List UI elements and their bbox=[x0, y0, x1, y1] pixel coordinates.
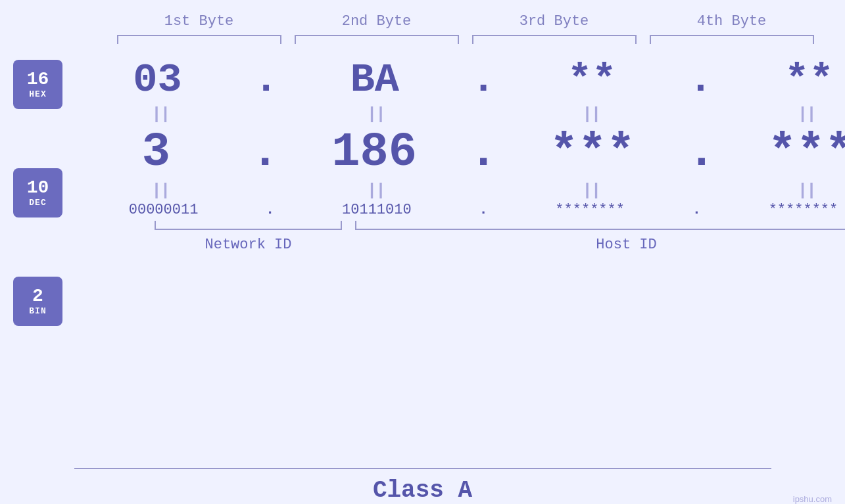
eq1-sign2: || bbox=[367, 104, 385, 124]
host-bracket bbox=[355, 221, 845, 230]
eq1-cell4: || bbox=[709, 104, 846, 124]
hex-badge-label: HEX bbox=[29, 89, 46, 99]
dec-byte2-cell: 186 bbox=[281, 126, 468, 179]
byte-headers: 1st Byte 2nd Byte 3rd Byte 4th Byte bbox=[110, 13, 821, 35]
dec-dot3: . bbox=[687, 126, 715, 179]
dec-byte3-value: *** bbox=[550, 126, 635, 179]
badges-column: 16 HEX 10 DEC 2 BIN bbox=[0, 53, 62, 326]
dec-byte4-value: *** bbox=[768, 126, 845, 179]
eq2-sign4: || bbox=[798, 181, 815, 200]
bottom-section: Network ID Host ID bbox=[148, 221, 845, 253]
watermark: ipshu.com bbox=[793, 494, 832, 504]
eq2-cell3: || bbox=[493, 181, 689, 200]
eq2-sign3: || bbox=[582, 181, 600, 200]
footer-bracket bbox=[74, 468, 771, 469]
bottom-brackets bbox=[148, 221, 845, 233]
eq1-cell2: || bbox=[278, 104, 474, 124]
eq2-cell4: || bbox=[709, 181, 846, 200]
bracket-1 bbox=[117, 35, 281, 44]
eq2-cell2: || bbox=[278, 181, 474, 200]
equals-row-2: || || || || bbox=[62, 181, 845, 200]
byte3-header: 3rd Byte bbox=[466, 13, 643, 35]
dec-badge-label: DEC bbox=[29, 198, 46, 208]
bin-byte4-cell: ******** bbox=[702, 202, 845, 218]
hex-data-row: 03 . BA . ** . ** bbox=[62, 57, 845, 103]
hex-byte2-value: BA bbox=[350, 57, 399, 103]
hex-byte4-cell: ** bbox=[714, 57, 845, 103]
eq1-cell3: || bbox=[493, 104, 689, 124]
byte2-header: 2nd Byte bbox=[288, 13, 466, 35]
main-area: 16 HEX 10 DEC 2 BIN 03 . BA bbox=[0, 53, 845, 461]
equals-row-1: || || || || bbox=[62, 104, 845, 124]
eq2-sign2: || bbox=[367, 181, 385, 200]
bin-data-row: 00000011 . 10111010 . ******** . *******… bbox=[62, 202, 845, 218]
eq1-sign4: || bbox=[798, 104, 815, 124]
eq1-sign3: || bbox=[582, 104, 600, 124]
dec-byte1-cell: 3 bbox=[62, 126, 250, 179]
hex-byte1-value: 03 bbox=[133, 57, 181, 103]
dec-byte2-value: 186 bbox=[331, 126, 417, 179]
network-bracket bbox=[155, 221, 342, 230]
bin-dot1: . bbox=[266, 202, 274, 218]
bracket-4 bbox=[650, 35, 814, 44]
bin-byte1-value: 00000011 bbox=[129, 202, 199, 218]
dec-badge-num: 10 bbox=[27, 178, 49, 198]
class-a-row: Class A ipshu.com bbox=[0, 477, 845, 504]
dec-byte1-value: 3 bbox=[142, 126, 170, 179]
data-columns: 03 . BA . ** . ** || || bbox=[62, 53, 845, 253]
class-a-text: Class A bbox=[373, 477, 472, 504]
dec-dot1: . bbox=[251, 126, 279, 179]
top-brackets bbox=[110, 35, 821, 47]
eq2-sign1: || bbox=[151, 181, 169, 200]
hex-byte1-cell: 03 bbox=[62, 57, 253, 103]
network-id-label: Network ID bbox=[155, 237, 342, 253]
eq2-cell1: || bbox=[62, 181, 258, 200]
eq1-sign1: || bbox=[151, 104, 169, 124]
hex-byte2-cell: BA bbox=[279, 57, 470, 103]
bin-byte3-cell: ******** bbox=[489, 202, 691, 218]
hex-badge: 16 HEX bbox=[13, 60, 62, 109]
host-id-label: Host ID bbox=[355, 237, 845, 253]
hex-byte3-cell: ** bbox=[497, 57, 687, 103]
hex-byte4-value: ** bbox=[785, 57, 833, 103]
bracket-3 bbox=[472, 35, 637, 44]
byte1-header: 1st Byte bbox=[110, 13, 288, 35]
hex-byte3-value: ** bbox=[567, 57, 616, 103]
hex-dot3: . bbox=[688, 57, 713, 103]
hex-badge-num: 16 bbox=[27, 70, 49, 90]
bin-dot2: . bbox=[479, 202, 487, 218]
bin-badge-label: BIN bbox=[29, 306, 46, 316]
byte4-header: 4th Byte bbox=[643, 13, 821, 35]
hex-dot2: . bbox=[471, 57, 495, 103]
dec-badge: 10 DEC bbox=[13, 168, 62, 218]
bin-byte2-cell: 10111010 bbox=[276, 202, 477, 218]
bin-byte2-value: 10111010 bbox=[342, 202, 412, 218]
bin-dot3: . bbox=[692, 202, 701, 218]
dec-byte4-cell: *** bbox=[717, 126, 845, 179]
dec-byte3-cell: *** bbox=[499, 126, 687, 179]
dec-data-row: 3 . 186 . *** . *** bbox=[62, 126, 845, 179]
bin-badge-num: 2 bbox=[32, 286, 43, 307]
main-container: 1st Byte 2nd Byte 3rd Byte 4th Byte 16 H… bbox=[0, 0, 845, 504]
eq1-cell1: || bbox=[62, 104, 258, 124]
dec-dot2: . bbox=[469, 126, 497, 179]
bin-badge: 2 BIN bbox=[13, 277, 62, 326]
bin-byte4-value: ******** bbox=[769, 202, 838, 218]
hex-dot1: . bbox=[254, 57, 278, 103]
bracket-2 bbox=[295, 35, 459, 44]
id-labels-row: Network ID Host ID bbox=[148, 237, 845, 253]
bin-byte1-cell: 00000011 bbox=[62, 202, 264, 218]
bin-byte3-value: ******** bbox=[555, 202, 625, 218]
